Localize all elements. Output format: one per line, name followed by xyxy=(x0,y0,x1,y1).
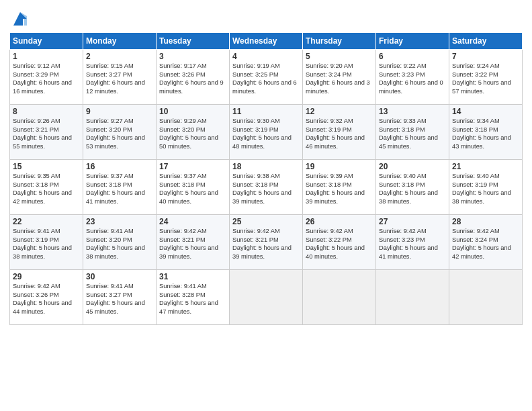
cell-text: Sunrise: 9:37 AMSunset: 3:18 PMDaylight:… xyxy=(159,173,218,205)
day-number: 21 xyxy=(452,162,519,171)
day-number: 4 xyxy=(232,52,300,61)
calendar-body: 1Sunrise: 9:12 AMSunset: 3:29 PMDaylight… xyxy=(10,50,523,325)
cell-text: Sunrise: 9:38 AMSunset: 3:18 PMDaylight:… xyxy=(232,173,292,205)
calendar-cell: 12Sunrise: 9:32 AMSunset: 3:19 PMDayligh… xyxy=(303,105,376,160)
day-number: 27 xyxy=(379,217,446,226)
cell-text: Sunrise: 9:41 AMSunset: 3:20 PMDaylight:… xyxy=(86,228,145,260)
day-number: 2 xyxy=(86,52,153,61)
day-number: 29 xyxy=(13,272,80,281)
cell-text: Sunrise: 9:26 AMSunset: 3:21 PMDaylight:… xyxy=(13,118,72,150)
logo xyxy=(9,9,30,28)
day-number: 20 xyxy=(379,162,446,171)
weekday-header-friday: Friday xyxy=(376,33,449,50)
day-number: 6 xyxy=(379,52,446,61)
calendar-cell: 6Sunrise: 9:22 AMSunset: 3:23 PMDaylight… xyxy=(376,50,449,105)
day-number: 1 xyxy=(13,52,80,61)
calendar-cell: 1Sunrise: 9:12 AMSunset: 3:29 PMDaylight… xyxy=(10,50,83,105)
cell-text: Sunrise: 9:30 AMSunset: 3:19 PMDaylight:… xyxy=(232,118,292,150)
day-number: 16 xyxy=(86,162,153,171)
cell-text: Sunrise: 9:27 AMSunset: 3:20 PMDaylight:… xyxy=(86,118,145,150)
calendar-cell: 4Sunrise: 9:19 AMSunset: 3:25 PMDaylight… xyxy=(230,50,303,105)
calendar-cell: 7Sunrise: 9:24 AMSunset: 3:22 PMDaylight… xyxy=(449,50,523,105)
day-number: 26 xyxy=(306,217,373,226)
day-number: 15 xyxy=(13,162,80,171)
calendar-cell: 28Sunrise: 9:42 AMSunset: 3:24 PMDayligh… xyxy=(449,215,523,270)
page: SundayMondayTuesdayWednesdayThursdayFrid… xyxy=(0,0,532,411)
cell-text: Sunrise: 9:33 AMSunset: 3:18 PMDaylight:… xyxy=(379,118,438,150)
cell-text: Sunrise: 9:42 AMSunset: 3:26 PMDaylight:… xyxy=(13,283,72,315)
cell-text: Sunrise: 9:34 AMSunset: 3:18 PMDaylight:… xyxy=(452,118,511,150)
weekday-header-thursday: Thursday xyxy=(303,33,376,50)
calendar-cell: 10Sunrise: 9:29 AMSunset: 3:20 PMDayligh… xyxy=(157,105,230,160)
calendar-cell: 16Sunrise: 9:37 AMSunset: 3:18 PMDayligh… xyxy=(83,160,157,215)
day-number: 17 xyxy=(159,162,226,171)
cell-text: Sunrise: 9:42 AMSunset: 3:23 PMDaylight:… xyxy=(379,228,438,260)
calendar-cell: 24Sunrise: 9:42 AMSunset: 3:21 PMDayligh… xyxy=(157,215,230,270)
day-number: 8 xyxy=(13,107,80,116)
cell-text: Sunrise: 9:41 AMSunset: 3:27 PMDaylight:… xyxy=(86,283,145,315)
day-number: 11 xyxy=(232,107,300,116)
day-number: 9 xyxy=(86,107,153,116)
cell-text: Sunrise: 9:24 AMSunset: 3:22 PMDaylight:… xyxy=(452,62,511,95)
day-number: 24 xyxy=(159,217,226,226)
cell-text: Sunrise: 9:42 AMSunset: 3:22 PMDaylight:… xyxy=(306,228,365,260)
day-number: 13 xyxy=(379,107,446,116)
cell-text: Sunrise: 9:20 AMSunset: 3:24 PMDaylight:… xyxy=(306,62,370,95)
calendar-week-5: 29Sunrise: 9:42 AMSunset: 3:26 PMDayligh… xyxy=(10,270,523,325)
cell-text: Sunrise: 9:42 AMSunset: 3:21 PMDaylight:… xyxy=(159,228,218,260)
cell-text: Sunrise: 9:39 AMSunset: 3:18 PMDaylight:… xyxy=(306,173,365,205)
calendar-header: SundayMondayTuesdayWednesdayThursdayFrid… xyxy=(10,33,523,50)
calendar-cell: 21Sunrise: 9:40 AMSunset: 3:19 PMDayligh… xyxy=(449,160,523,215)
day-number: 30 xyxy=(86,272,153,281)
day-number: 28 xyxy=(452,217,519,226)
cell-text: Sunrise: 9:32 AMSunset: 3:19 PMDaylight:… xyxy=(306,118,365,150)
day-number: 18 xyxy=(232,162,300,171)
calendar-cell: 23Sunrise: 9:41 AMSunset: 3:20 PMDayligh… xyxy=(83,215,157,270)
calendar-cell: 30Sunrise: 9:41 AMSunset: 3:27 PMDayligh… xyxy=(83,270,157,325)
calendar-cell: 14Sunrise: 9:34 AMSunset: 3:18 PMDayligh… xyxy=(449,105,523,160)
cell-text: Sunrise: 9:35 AMSunset: 3:18 PMDaylight:… xyxy=(13,173,72,205)
cell-text: Sunrise: 9:29 AMSunset: 3:20 PMDaylight:… xyxy=(159,118,218,150)
cell-text: Sunrise: 9:12 AMSunset: 3:29 PMDaylight:… xyxy=(13,62,72,95)
weekday-row: SundayMondayTuesdayWednesdayThursdayFrid… xyxy=(10,33,523,50)
cell-text: Sunrise: 9:17 AMSunset: 3:26 PMDaylight:… xyxy=(159,62,224,95)
day-number: 10 xyxy=(159,107,226,116)
calendar-cell: 26Sunrise: 9:42 AMSunset: 3:22 PMDayligh… xyxy=(303,215,376,270)
cell-text: Sunrise: 9:42 AMSunset: 3:24 PMDaylight:… xyxy=(452,228,511,260)
calendar-cell: 20Sunrise: 9:40 AMSunset: 3:18 PMDayligh… xyxy=(376,160,449,215)
calendar-table: SundayMondayTuesdayWednesdayThursdayFrid… xyxy=(9,32,523,325)
calendar-cell xyxy=(449,270,523,325)
day-number: 7 xyxy=(452,52,519,61)
weekday-header-wednesday: Wednesday xyxy=(230,33,303,50)
cell-text: Sunrise: 9:41 AMSunset: 3:19 PMDaylight:… xyxy=(13,228,72,260)
calendar-cell: 22Sunrise: 9:41 AMSunset: 3:19 PMDayligh… xyxy=(10,215,83,270)
calendar-cell: 27Sunrise: 9:42 AMSunset: 3:23 PMDayligh… xyxy=(376,215,449,270)
calendar-cell: 5Sunrise: 9:20 AMSunset: 3:24 PMDaylight… xyxy=(303,50,376,105)
day-number: 12 xyxy=(306,107,373,116)
calendar-cell: 9Sunrise: 9:27 AMSunset: 3:20 PMDaylight… xyxy=(83,105,157,160)
calendar-cell: 8Sunrise: 9:26 AMSunset: 3:21 PMDaylight… xyxy=(10,105,83,160)
weekday-header-saturday: Saturday xyxy=(449,33,523,50)
cell-text: Sunrise: 9:42 AMSunset: 3:21 PMDaylight:… xyxy=(232,228,292,260)
calendar-cell: 18Sunrise: 9:38 AMSunset: 3:18 PMDayligh… xyxy=(230,160,303,215)
calendar-cell: 29Sunrise: 9:42 AMSunset: 3:26 PMDayligh… xyxy=(10,270,83,325)
calendar-cell: 31Sunrise: 9:41 AMSunset: 3:28 PMDayligh… xyxy=(157,270,230,325)
calendar-week-2: 8Sunrise: 9:26 AMSunset: 3:21 PMDaylight… xyxy=(10,105,523,160)
calendar-cell xyxy=(230,270,303,325)
calendar-cell: 13Sunrise: 9:33 AMSunset: 3:18 PMDayligh… xyxy=(376,105,449,160)
calendar-cell xyxy=(376,270,449,325)
calendar-week-1: 1Sunrise: 9:12 AMSunset: 3:29 PMDaylight… xyxy=(10,50,523,105)
calendar-week-4: 22Sunrise: 9:41 AMSunset: 3:19 PMDayligh… xyxy=(10,215,523,270)
day-number: 14 xyxy=(452,107,519,116)
calendar-cell: 2Sunrise: 9:15 AMSunset: 3:27 PMDaylight… xyxy=(83,50,157,105)
cell-text: Sunrise: 9:37 AMSunset: 3:18 PMDaylight:… xyxy=(86,173,145,205)
logo-icon xyxy=(11,9,30,28)
day-number: 23 xyxy=(86,217,153,226)
weekday-header-tuesday: Tuesday xyxy=(157,33,230,50)
day-number: 3 xyxy=(159,52,226,61)
cell-text: Sunrise: 9:41 AMSunset: 3:28 PMDaylight:… xyxy=(159,283,218,315)
cell-text: Sunrise: 9:40 AMSunset: 3:19 PMDaylight:… xyxy=(452,173,511,205)
day-number: 31 xyxy=(159,272,226,281)
weekday-header-sunday: Sunday xyxy=(10,33,83,50)
day-number: 5 xyxy=(306,52,373,61)
